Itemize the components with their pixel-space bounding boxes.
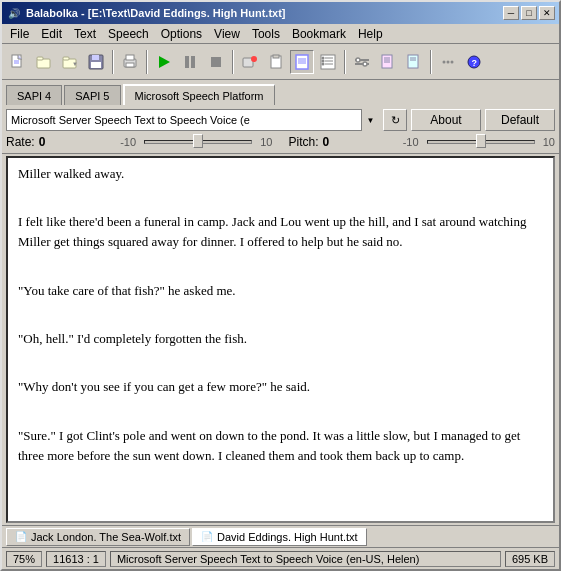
svg-rect-4 <box>37 57 43 60</box>
save-button[interactable] <box>84 50 108 74</box>
menu-text[interactable]: Text <box>68 25 102 43</box>
svg-point-31 <box>322 59 325 62</box>
svg-point-30 <box>322 56 325 59</box>
record-button[interactable] <box>238 50 262 74</box>
rate-thumb[interactable] <box>193 134 203 148</box>
svg-rect-22 <box>296 55 308 69</box>
voice-dropdown-wrapper: Microsoft Server Speech Text to Speech V… <box>6 109 379 131</box>
svg-rect-12 <box>126 55 134 60</box>
status-voice: Microsoft Server Speech Text to Speech V… <box>110 551 501 567</box>
status-size: 695 KB <box>505 551 555 567</box>
svg-text:▼: ▼ <box>72 61 78 67</box>
pitch-thumb[interactable] <box>476 134 486 148</box>
menu-bar: File Edit Text Speech Options View Tools… <box>2 24 559 44</box>
doc-tab-0-label: Jack London. The Sea-Wolf.txt <box>31 531 181 543</box>
svg-point-36 <box>363 62 367 66</box>
status-zoom: 75% <box>6 551 42 567</box>
doc-tabs: 📄 Jack London. The Sea-Wolf.txt 📄 David … <box>2 525 559 547</box>
stop-button[interactable] <box>204 50 228 74</box>
doc-tab-0[interactable]: 📄 Jack London. The Sea-Wolf.txt <box>6 528 190 546</box>
menu-edit[interactable]: Edit <box>35 25 68 43</box>
menu-bookmark[interactable]: Bookmark <box>286 25 352 43</box>
menu-speech[interactable]: Speech <box>102 25 155 43</box>
sep3 <box>232 50 234 74</box>
close-button[interactable]: ✕ <box>539 6 555 20</box>
rate-value: 0 <box>39 135 59 149</box>
open-button[interactable] <box>32 50 56 74</box>
svg-rect-41 <box>408 55 418 68</box>
rate-max: 10 <box>260 136 272 148</box>
tab-microsoft-speech[interactable]: Microsoft Speech Platform <box>123 84 275 105</box>
options-button[interactable] <box>350 50 374 74</box>
speech-tabs: SAPI 4 SAPI 5 Microsoft Speech Platform <box>2 80 559 105</box>
status-bar: 75% 11613 : 1 Microsoft Server Speech Te… <box>2 547 559 569</box>
menu-help[interactable]: Help <box>352 25 389 43</box>
pitch-max: 10 <box>543 136 555 148</box>
tab-sapi4[interactable]: SAPI 4 <box>6 85 62 105</box>
svg-rect-21 <box>273 55 279 58</box>
sep1 <box>112 50 114 74</box>
voice-selection-row: Microsoft Server Speech Text to Speech V… <box>6 109 555 131</box>
maximize-button[interactable]: □ <box>521 6 537 20</box>
sep4 <box>344 50 346 74</box>
minimize-button[interactable]: ─ <box>503 6 519 20</box>
svg-point-45 <box>447 60 450 63</box>
rate-label: Rate: <box>6 135 35 149</box>
doc-tab-1-icon: 📄 <box>201 531 213 542</box>
pitch-slider[interactable] <box>427 140 535 144</box>
word-list-button[interactable] <box>316 50 340 74</box>
rate-slider[interactable] <box>144 140 252 144</box>
doc-tab-0-icon: 📄 <box>15 531 27 542</box>
doc-tab-1-label: David Eddings. High Hunt.txt <box>217 531 358 543</box>
paragraph-4: "Why don't you see if you can get a few … <box>18 377 543 397</box>
dict-button[interactable] <box>376 50 400 74</box>
status-position: 11613 : 1 <box>46 551 106 567</box>
svg-point-35 <box>356 58 360 62</box>
play-button[interactable] <box>152 50 176 74</box>
document-button[interactable] <box>290 50 314 74</box>
voice-panel: Microsoft Server Speech Text to Speech V… <box>2 105 559 154</box>
menu-options[interactable]: Options <box>155 25 208 43</box>
pitch-value: 0 <box>323 135 343 149</box>
svg-point-44 <box>443 60 446 63</box>
paragraph-3: "Oh, hell." I'd completely forgotten the… <box>18 329 543 349</box>
main-window: 🔊 Balabolka - [E:\Text\David Eddings. Hi… <box>0 0 561 571</box>
window-controls: ─ □ ✕ <box>503 6 555 20</box>
sep2 <box>146 50 148 74</box>
paragraph-1: I felt like there'd been a funeral in ca… <box>18 212 543 252</box>
pitch-slider-group: Pitch: 0 <box>289 135 395 149</box>
toolbar: ▼ <box>2 44 559 80</box>
svg-point-19 <box>251 56 257 62</box>
new-button[interactable] <box>6 50 30 74</box>
speak-clipboard-button[interactable] <box>264 50 288 74</box>
menu-tools[interactable]: Tools <box>246 25 286 43</box>
menu-file[interactable]: File <box>4 25 35 43</box>
svg-rect-16 <box>191 56 195 68</box>
default-button[interactable]: Default <box>485 109 555 131</box>
svg-point-46 <box>451 60 454 63</box>
print-button[interactable] <box>118 50 142 74</box>
doc-tab-1[interactable]: 📄 David Eddings. High Hunt.txt <box>192 528 367 546</box>
voice-dropdown[interactable]: Microsoft Server Speech Text to Speech V… <box>6 109 379 131</box>
svg-text:?: ? <box>472 58 478 68</box>
svg-rect-9 <box>92 55 99 60</box>
svg-rect-17 <box>211 57 221 67</box>
tab-sapi5[interactable]: SAPI 5 <box>64 85 120 105</box>
more-button[interactable] <box>436 50 460 74</box>
text-content[interactable]: Miller walked away. I felt like there'd … <box>8 158 553 521</box>
rate-slider-group: Rate: 0 <box>6 135 112 149</box>
help-button[interactable]: ? <box>462 50 486 74</box>
svg-rect-6 <box>63 57 69 60</box>
pause-button[interactable] <box>178 50 202 74</box>
dict2-button[interactable] <box>402 50 426 74</box>
svg-rect-13 <box>126 63 134 67</box>
refresh-button[interactable]: ↻ <box>383 109 407 131</box>
title-bar: 🔊 Balabolka - [E:\Text\David Eddings. Hi… <box>2 2 559 24</box>
app-icon: 🔊 <box>6 5 22 21</box>
sliders-row: Rate: 0 -10 10 Pitch: 0 -10 10 <box>6 135 555 149</box>
open-recent-button[interactable]: ▼ <box>58 50 82 74</box>
pitch-min: -10 <box>403 136 419 148</box>
about-button[interactable]: About <box>411 109 481 131</box>
menu-view[interactable]: View <box>208 25 246 43</box>
sep5 <box>430 50 432 74</box>
